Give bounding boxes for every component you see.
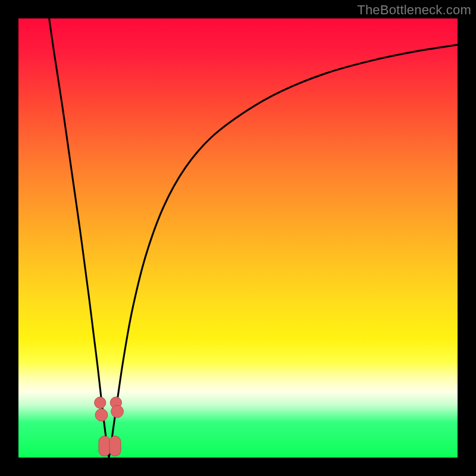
chart-markers	[95, 397, 124, 456]
watermark-text: TheBottleneck.com	[357, 2, 471, 18]
marker-lozenge-4	[99, 436, 110, 456]
marker-dot-3	[111, 405, 124, 418]
bottleneck-curve	[49, 18, 458, 458]
curve-left-branch	[49, 18, 109, 458]
chart-svg	[18, 18, 458, 458]
marker-dot-0	[95, 397, 106, 408]
marker-lozenge-5	[109, 436, 121, 456]
curve-right-branch	[109, 45, 458, 458]
chart-frame: TheBottleneck.com	[0, 0, 476, 476]
marker-dot-1	[95, 409, 108, 421]
